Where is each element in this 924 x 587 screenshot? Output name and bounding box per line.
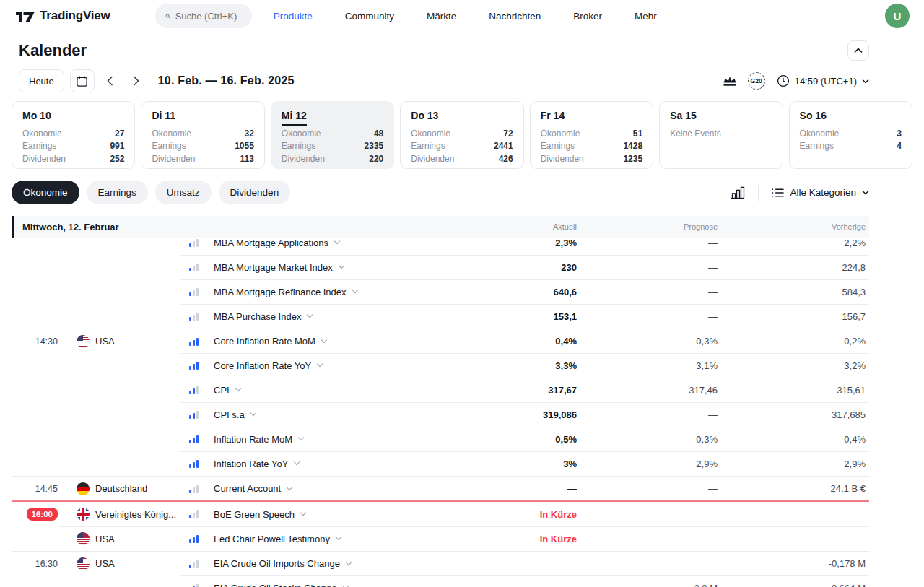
timezone-label: 14:59 (UTC+1) (795, 76, 857, 87)
chip-umsatz[interactable]: Umsatz (155, 181, 212, 204)
event-country: Deutschland (58, 482, 180, 495)
timezone-select[interactable]: 14:59 (UTC+1) (777, 74, 869, 87)
table-row[interactable]: 14:30 USA Core Inflation Rate MoM 0,4% 0… (12, 329, 869, 353)
chips-right: Alle Kategorien (731, 185, 869, 201)
events-table: Mittwoch, 12. Februar Aktuell Prognose V… (12, 216, 869, 587)
event-name[interactable]: Current Account (214, 483, 443, 494)
day-card-sa[interactable]: Sa 15 Keine Events (659, 101, 783, 169)
event-name[interactable]: MBA Mortgage Applications (214, 238, 443, 248)
event-name[interactable]: MBA Purchase Index (214, 311, 443, 322)
nav-item-broker[interactable]: Broker (573, 6, 602, 26)
forecast-value: — (580, 238, 721, 248)
actual-value: 319,086 (443, 409, 580, 420)
day-card-title: Sa 15 (670, 110, 697, 121)
nav-item-community[interactable]: Community (345, 6, 394, 26)
calendar-picker-button[interactable] (70, 69, 95, 92)
next-week-button[interactable] (126, 71, 147, 91)
chevron-down-icon (298, 435, 304, 440)
prev-week-button[interactable] (100, 71, 121, 91)
nav-item-mehr[interactable]: Mehr (635, 6, 657, 26)
table-row[interactable]: MBA Mortgage Refinance Index 640,6 — 584… (12, 279, 869, 304)
chevron-down-icon (862, 190, 869, 195)
previous-value: 2,2% (721, 238, 869, 248)
column-header-aktuell: Aktuell (443, 222, 580, 231)
event-country: USA (58, 557, 180, 570)
tradingview-logo[interactable]: TradingView (16, 9, 110, 23)
chevron-down-icon (342, 583, 348, 587)
nav-item-produkte[interactable]: Produkte (274, 6, 313, 26)
event-name[interactable]: EIA Crude Oil Stocks Change (214, 583, 443, 587)
actual-value: 640,6 (443, 287, 580, 297)
clock-icon (777, 74, 790, 87)
table-row[interactable]: Inflation Rate YoY 3% 2,9% 2,9% (12, 451, 869, 476)
event-country: USA (58, 335, 180, 348)
event-name[interactable]: Inflation Rate MoM (214, 434, 443, 445)
event-name[interactable]: Fed Chair Powell Testimony (214, 534, 443, 544)
event-name[interactable]: Core Inflation Rate MoM (214, 336, 443, 347)
event-name[interactable]: Core Inflation Rate YoY (214, 360, 443, 371)
day-card-mi-selected[interactable]: Mi 12 Ökonomie48 Earnings2335 Dividenden… (271, 101, 394, 169)
table-row[interactable]: 14:45 Deutschland Current Account — — 24… (12, 476, 869, 500)
chart-view-button[interactable] (731, 186, 745, 199)
event-name[interactable]: EIA Crude Oil Imports Change (214, 558, 443, 569)
collapse-button[interactable] (847, 40, 869, 61)
event-time: 14:30 (12, 336, 58, 347)
forecast-value: — (580, 262, 721, 273)
day-card-so[interactable]: So 16 Ökonomie3 Earnings4 (789, 101, 912, 169)
table-row[interactable]: 16:30 USA EIA Crude Oil Imports Change -… (12, 551, 869, 575)
table-row[interactable]: EIA Crude Oil Stocks Change 2,8 M 8,664 … (12, 575, 869, 587)
avatar[interactable]: U (885, 4, 910, 28)
today-button[interactable]: Heute (19, 69, 64, 92)
day-card-do[interactable]: Do 13 Ökonomie72 Earnings2441 Dividenden… (400, 101, 523, 169)
categories-select[interactable]: Alle Kategorien (772, 187, 869, 198)
event-name[interactable]: Inflation Rate YoY (214, 458, 443, 469)
previous-value: -0,178 M (721, 558, 869, 569)
tradingview-calendar-page: TradingView Produkte Community Märkte Na… (0, 0, 924, 587)
importance-icon (180, 534, 214, 543)
day-card-mo[interactable]: Mo 10 Ökonomie27 Earnings991 Dividenden2… (12, 101, 135, 169)
search-input[interactable] (175, 11, 242, 22)
previous-value: 224,8 (721, 262, 869, 273)
table-row[interactable]: USA Fed Chair Powell Testimony In Kürze (12, 526, 869, 551)
table-row[interactable]: CPI 317,67 317,46 315,61 (12, 378, 869, 402)
table-row[interactable]: MBA Mortgage Market Index 230 — 224,8 (12, 255, 869, 279)
forecast-value: 2,9% (580, 458, 721, 469)
g20-filter-button[interactable]: G20 (748, 72, 765, 90)
importance-icon (180, 361, 214, 370)
previous-value: 317,685 (721, 409, 869, 420)
importance-icon (180, 238, 214, 247)
section-title: Mittwoch, 12. Februar (12, 222, 443, 232)
chip-oekonomie[interactable]: Ökonomie (12, 181, 79, 204)
search-box[interactable] (155, 4, 252, 28)
previous-value: 3,2% (721, 360, 869, 371)
table-row[interactable]: MBA Purchase Index 153,1 — 156,7 (12, 304, 869, 329)
chevron-down-icon (300, 510, 306, 516)
importance-icon (180, 484, 214, 493)
forecast-value: — (580, 311, 721, 322)
table-row[interactable]: Inflation Rate MoM 0,5% 0,3% 0,4% (12, 427, 869, 451)
chip-dividenden[interactable]: Dividenden (219, 181, 291, 204)
table-row[interactable]: MBA Mortgage Applications 2,3% — 2,2% (12, 238, 869, 255)
day-card-fr[interactable]: Fr 14 Ökonomie51 Earnings1428 Dividenden… (530, 101, 653, 169)
nav-links: Produkte Community Märkte Nachrichten Br… (274, 6, 689, 26)
bar-chart-icon (731, 186, 745, 199)
chevron-left-icon (107, 76, 113, 86)
table-row[interactable]: 16:00 Vereinigtes König... BoE Green Spe… (12, 502, 869, 526)
table-row[interactable]: CPI s.a 319,086 — 317,685 (12, 402, 869, 427)
event-name[interactable]: CPI (214, 385, 443, 396)
forecast-value: — (580, 287, 721, 297)
nav-item-nachrichten[interactable]: Nachrichten (489, 6, 541, 26)
nav-item-maerkte[interactable]: Märkte (427, 6, 456, 26)
importance-filter-button[interactable] (723, 76, 736, 87)
chevron-up-icon (854, 48, 863, 53)
event-name[interactable]: BoE Green Speech (214, 509, 443, 520)
no-events-label: Keine Events (670, 128, 721, 140)
chip-earnings[interactable]: Earnings (87, 181, 148, 204)
table-row[interactable]: Core Inflation Rate YoY 3,3% 3,1% 3,2% (12, 353, 869, 378)
day-card-di[interactable]: Di 11 Ökonomie32 Earnings1055 Dividenden… (141, 101, 264, 169)
logo-text: TradingView (40, 9, 110, 23)
event-name[interactable]: CPI s.a (214, 409, 443, 420)
event-name[interactable]: MBA Mortgage Market Index (214, 262, 443, 273)
actual-value: 2,3% (443, 238, 580, 248)
event-name[interactable]: MBA Mortgage Refinance Index (214, 287, 443, 297)
